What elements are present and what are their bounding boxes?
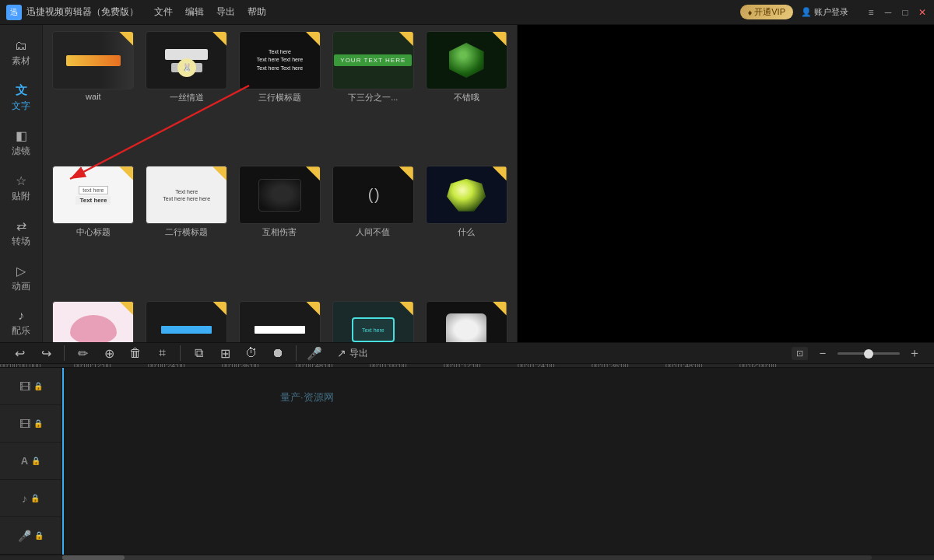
- media-label: 人间不值: [356, 226, 390, 238]
- edit-button[interactable]: ✏: [72, 343, 93, 363]
- copy-button[interactable]: ⧉: [188, 343, 209, 363]
- media-label: 二行横标题: [165, 226, 208, 238]
- media-label: 下三分之一...: [348, 92, 398, 103]
- sidebar-item-transition[interactable]: ⇄ 转场: [0, 211, 42, 256]
- user-icon: 👤: [801, 7, 812, 17]
- sidebar-label-text: 文字: [12, 100, 30, 113]
- mic-button[interactable]: 🎤: [304, 343, 325, 363]
- track-labels: 🎞 🔒 🎞 🔒 A 🔒 ♪ 🔒 🎤 🔒: [0, 368, 62, 555]
- animation-icon: ▷: [16, 264, 26, 278]
- track-label-audio: ♪ 🔒: [0, 480, 61, 517]
- menu-export[interactable]: 导出: [216, 5, 235, 19]
- audio-track-icon: ♪: [22, 492, 27, 505]
- list-item[interactable]: Text hereText here Text hereText here Te…: [236, 31, 325, 161]
- win-min-btn[interactable]: ─: [883, 7, 894, 18]
- sidebar-item-text[interactable]: 文 文字: [0, 75, 42, 121]
- music-icon: ♪: [18, 309, 24, 323]
- playhead[interactable]: [62, 368, 64, 555]
- video2-lock-icon: 🔒: [33, 419, 43, 428]
- track-label-mic: 🎤 🔒: [0, 517, 61, 555]
- media-label: wait: [86, 92, 101, 101]
- video1-icon: 🎞: [19, 380, 30, 393]
- sticker-icon: ☆: [16, 173, 26, 188]
- separator-2: [180, 345, 181, 361]
- export-icon: ↗: [337, 347, 346, 359]
- list-item[interactable]: 🐰 一丝情道: [142, 31, 231, 161]
- win-max-btn[interactable]: □: [900, 7, 911, 18]
- record-button[interactable]: ⏺: [268, 343, 288, 363]
- export-button[interactable]: 导出: [349, 347, 368, 360]
- win-close-btn[interactable]: ✕: [917, 7, 928, 18]
- toolbar: ↩ ↪ ✏ ⊕ 🗑 ⌗ ⧉ ⊞ ⏱ ⏺ 🎤 ↗ 导出 ⊡ － ＋: [0, 342, 934, 364]
- list-item[interactable]: text here Text here 中心标题: [49, 166, 138, 296]
- bottom-section: ↩ ↪ ✏ ⊕ 🗑 ⌗ ⧉ ⊞ ⏱ ⏺ 🎤 ↗ 导出 ⊡ － ＋ 00:00:0…: [0, 342, 934, 560]
- track-label-text: A 🔒: [0, 443, 61, 480]
- menu-file[interactable]: 文件: [154, 5, 173, 19]
- sidebar-item-sticker[interactable]: ☆ 贴附: [0, 166, 42, 211]
- titlebar: 迅 迅捷视频剪辑器（免费版） 文件 编辑 导出 帮助 ♦ 开通VIP 👤 账户登…: [0, 0, 934, 25]
- media-label: 中心标题: [76, 226, 111, 238]
- track-label-video2: 🎞 🔒: [0, 405, 61, 443]
- split-button[interactable]: ⊕: [99, 343, 119, 363]
- audio-lock-icon: 🔒: [30, 494, 40, 502]
- app-icon: 迅: [6, 5, 22, 20]
- redo-button[interactable]: ↪: [36, 343, 56, 363]
- separator-1: [64, 345, 65, 361]
- app-title: 迅捷视频剪辑器（免费版）: [26, 5, 139, 19]
- menu-help[interactable]: 帮助: [248, 5, 266, 19]
- text-icon: 文: [16, 83, 27, 98]
- list-item[interactable]: Text here Text here here here 二行横标题: [142, 166, 231, 296]
- timeline-scrollbar[interactable]: [0, 555, 934, 560]
- video1-lock-icon: 🔒: [33, 382, 43, 390]
- right-actions: ♦ 开通VIP 👤 账户登录 ≡ ─ □ ✕: [740, 5, 928, 19]
- delete-button[interactable]: 🗑: [125, 343, 146, 363]
- sidebar-label-sticker: 贴附: [12, 190, 30, 203]
- track-label-video1: 🎞 🔒: [0, 368, 61, 405]
- zoom-in-button[interactable]: ＋: [904, 343, 925, 363]
- diamond-icon: ♦: [748, 8, 753, 17]
- media-label: 互相伤害: [262, 226, 297, 238]
- sidebar-label-music: 配乐: [12, 324, 30, 338]
- vip-button[interactable]: ♦ 开通VIP: [740, 5, 793, 19]
- sidebar-item-music[interactable]: ♪ 配乐: [0, 301, 42, 345]
- track-content[interactable]: [62, 368, 934, 555]
- undo-button[interactable]: ↩: [9, 343, 30, 363]
- media-label: 一丝情道: [170, 92, 204, 103]
- sidebar-label-animation: 动画: [12, 280, 30, 293]
- ruler-mark-0: 00:00:00.000: [0, 364, 41, 368]
- sidebar-label-material: 素材: [12, 54, 30, 68]
- sidebar-item-filter[interactable]: ◧ 滤镜: [0, 121, 42, 166]
- win-menu-btn[interactable]: ≡: [866, 7, 876, 18]
- scroll-thumb[interactable]: [62, 555, 125, 560]
- timeline-tracks: 🎞 🔒 🎞 🔒 A 🔒 ♪ 🔒 🎤 🔒: [0, 368, 934, 555]
- sidebar-item-material[interactable]: 🗂 素材: [0, 31, 42, 75]
- login-button[interactable]: 👤 账户登录: [801, 6, 848, 18]
- text-track-icon: A: [21, 455, 28, 467]
- frame-button[interactable]: ⊞: [215, 343, 235, 363]
- sidebar-item-animation[interactable]: ▷ 动画: [0, 256, 42, 301]
- text-lock-icon: 🔒: [31, 457, 40, 465]
- zoom-controls: ⊡ － ＋: [792, 343, 925, 363]
- list-item[interactable]: 不错哦: [422, 31, 511, 161]
- fit-button[interactable]: ⊡: [792, 347, 808, 360]
- list-item[interactable]: ( ) 人间不值: [328, 166, 417, 296]
- mic-lock-icon: 🔒: [34, 531, 44, 540]
- menu-edit[interactable]: 编辑: [185, 5, 204, 19]
- speed-button[interactable]: ⏱: [241, 343, 262, 363]
- list-item[interactable]: 互相伤害: [236, 166, 325, 296]
- video2-icon: 🎞: [19, 418, 30, 430]
- list-item[interactable]: wait: [49, 31, 138, 161]
- material-icon: 🗂: [15, 39, 27, 53]
- media-label: 三行横标题: [258, 92, 301, 103]
- zoom-slider[interactable]: [837, 352, 900, 355]
- mic-track-icon: 🎤: [18, 530, 31, 542]
- export-area: ↗ 导出: [337, 347, 368, 360]
- list-item[interactable]: YOUR TEXT HERE 下三分之一...: [328, 31, 417, 161]
- menu-bar: 文件 编辑 导出 帮助: [154, 5, 266, 19]
- media-label: 不错哦: [454, 92, 479, 103]
- scroll-track[interactable]: [62, 555, 872, 560]
- crop-button[interactable]: ⌗: [152, 343, 172, 363]
- list-item[interactable]: 什么: [422, 166, 511, 296]
- filter-icon: ◧: [16, 128, 27, 143]
- zoom-out-button[interactable]: －: [813, 343, 833, 363]
